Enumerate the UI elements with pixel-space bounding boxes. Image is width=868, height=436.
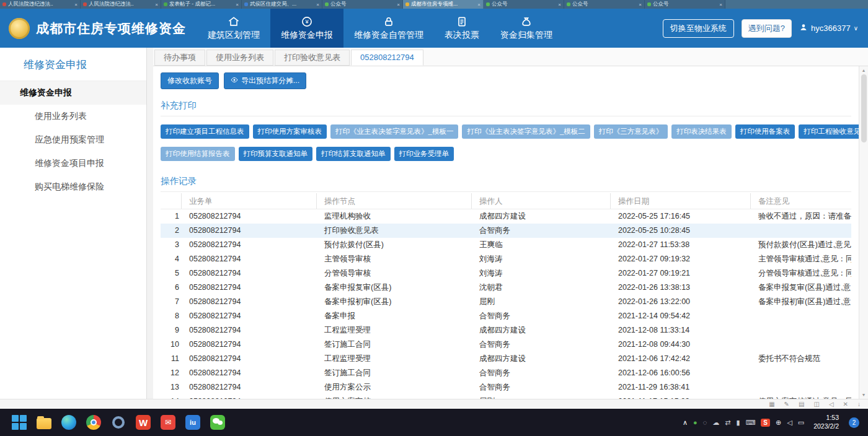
sidebar-item[interactable]: 应急使用预案管理: [0, 128, 146, 152]
table-row[interactable]: 11052808212794工程监理受理成都四方建设2021-12-06 17:…: [161, 352, 851, 366]
print-button[interactable]: 打印业务受理单: [394, 147, 454, 161]
notification-badge[interactable]: 2: [849, 417, 859, 428]
cell: 2022-01-27 11:53:38: [611, 238, 751, 252]
sidebar-item[interactable]: 使用业务列表: [0, 105, 146, 128]
notes-icon[interactable]: ▤: [799, 401, 804, 408]
browser-tab[interactable]: 成都市住房专项维...×: [403, 0, 484, 9]
tab-close-icon[interactable]: ×: [719, 2, 722, 7]
sogou-input-icon[interactable]: S: [761, 419, 770, 427]
scroll-up-arrow[interactable]: ▲: [862, 68, 866, 72]
nav-item-building-zone[interactable]: 建筑区划管理: [197, 9, 270, 48]
print-button[interactable]: 打印《业主表决签字意见表》_模板二: [462, 124, 590, 139]
print-button[interactable]: 打印《三方意见表》: [594, 124, 668, 139]
content-tab[interactable]: 打印验收意见表: [275, 50, 350, 66]
cloud-icon[interactable]: ☁: [712, 419, 719, 427]
tab-close-icon[interactable]: ×: [236, 2, 239, 7]
sidebar-item[interactable]: 购买电梯维修保险: [0, 175, 146, 199]
sync-icon[interactable]: ⇄: [725, 419, 730, 427]
help-button[interactable]: 遇到问题?: [742, 19, 792, 38]
export-allocation-button[interactable]: 导出预结算分摊...: [224, 72, 306, 89]
table-row[interactable]: 2052808212794打印验收意见表合智商务2022-05-25 10:28…: [161, 224, 851, 238]
table-row[interactable]: 8052808212794备案申报合智商务2021-12-14 09:54:42: [161, 309, 851, 323]
sidebar-item[interactable]: 维修资金申报: [0, 81, 146, 105]
wechat-icon[interactable]: [210, 414, 226, 430]
battery-icon[interactable]: ▭: [798, 419, 804, 427]
content-tab[interactable]: 052808212794: [351, 50, 423, 66]
print-button[interactable]: 打印建立项目工程信息表: [161, 124, 249, 139]
volume-icon[interactable]: ◁: [787, 419, 792, 427]
vertical-scrollbar[interactable]: ▲ ▼: [859, 66, 868, 399]
content-tab[interactable]: 待办事项: [154, 50, 205, 66]
print-button[interactable]: 打印预算支取通知单: [239, 147, 313, 161]
file-explorer-icon[interactable]: [36, 414, 52, 430]
table-row[interactable]: 5052808212794分管领导审核刘海涛2022-01-27 09:19:2…: [161, 266, 851, 281]
apps-grid-icon[interactable]: ▦: [769, 401, 774, 408]
nav-item-fund-apply[interactable]: ¥维修资金申报: [270, 9, 343, 48]
tab-close-icon[interactable]: ×: [558, 2, 561, 7]
network-icon[interactable]: ⊕: [776, 419, 781, 427]
scroll-down-arrow[interactable]: ▼: [862, 393, 866, 397]
browser-tab[interactable]: 发表帖子 - 成都记...×: [161, 0, 242, 9]
chrome-browser-icon[interactable]: [86, 414, 102, 430]
table-row[interactable]: 1052808212794监理机构验收成都四方建设2022-05-25 17:1…: [161, 209, 851, 224]
tab-close-icon[interactable]: ×: [397, 2, 400, 7]
start-button[interactable]: [11, 414, 27, 430]
edit-account-button[interactable]: 修改收款账号: [161, 72, 219, 89]
cell: 合智商务: [472, 380, 611, 395]
close-icon[interactable]: ✕: [843, 401, 848, 408]
browser-tab[interactable]: 人民法院违纪违法..×: [0, 0, 81, 9]
print-buttons: 打印建立项目工程信息表打印使用方案审核表打印《业主表决签字意见表》_模板一打印《…: [161, 124, 851, 161]
table-row[interactable]: 6052808212794备案申报复审(区县)沈朝君2022-01-26 13:…: [161, 281, 851, 295]
browser-tab[interactable]: 公众号×: [645, 0, 725, 9]
table-row[interactable]: 14052808212794使用方案审核屈刚2021-11-17 15:15:2…: [161, 395, 851, 399]
tab-close-icon[interactable]: ×: [316, 2, 319, 7]
user-menu[interactable]: hyc366377 ∨: [799, 23, 858, 33]
edge-browser-icon[interactable]: [61, 414, 77, 430]
signal-icon[interactable]: ▮: [736, 419, 740, 427]
blue-app-icon[interactable]: iu: [185, 414, 201, 430]
cell: 2022-01-26 13:38:13: [611, 281, 751, 295]
print-button[interactable]: 打印使用备案表: [735, 124, 795, 139]
table-row[interactable]: 7052808212794备案申报初审(区县)屈刚2022-01-26 13:2…: [161, 295, 851, 309]
browser-ring-icon[interactable]: [110, 414, 126, 430]
scrollbar-thumb[interactable]: [861, 74, 867, 142]
table-row[interactable]: 12052808212794签订施工合同合智商务2021-12-06 16:00…: [161, 366, 851, 380]
content-tab[interactable]: 使用业务列表: [206, 50, 273, 66]
print-button[interactable]: 打印《业主表决签字意见表》_模板一: [330, 124, 458, 139]
download-icon[interactable]: ↓: [857, 401, 861, 408]
nav-item-fund-collect[interactable]: 资金归集管理: [490, 9, 563, 48]
tab-close-icon[interactable]: ×: [74, 2, 78, 7]
browser-tab[interactable]: 公众号×: [564, 0, 645, 9]
tab-close-icon[interactable]: ×: [639, 2, 642, 7]
table-row[interactable]: 10052808212794签订施工合同合智商务2021-12-08 09:44…: [161, 338, 851, 352]
browser-tab[interactable]: 公众号×: [322, 0, 403, 9]
tab-close-icon[interactable]: ×: [155, 2, 158, 7]
switch-system-button[interactable]: 切换至物业系统: [663, 19, 734, 38]
browser-tab[interactable]: 武侯区住建交局、...×: [242, 0, 322, 9]
browser-tab[interactable]: 人民法院违纪违法..×: [81, 0, 161, 9]
nav-item-self-manage[interactable]: 维修资金自管管理: [343, 9, 434, 48]
table-row[interactable]: 3052808212794预付款拨付(区县)王爽临2022-01-27 11:5…: [161, 238, 851, 252]
tab-close-icon[interactable]: ×: [477, 2, 480, 7]
print-button[interactable]: 打印工程验收意见表: [799, 124, 859, 139]
print-button[interactable]: 打印使用结算报告表: [161, 147, 235, 161]
print-button[interactable]: 打印表决结果表: [671, 124, 732, 139]
tray-expand-icon[interactable]: ∧: [683, 419, 688, 427]
nav-item-vote[interactable]: 表决投票: [434, 9, 490, 48]
speaker-icon[interactable]: ◁: [829, 401, 834, 408]
search-icon[interactable]: ◌: [703, 419, 707, 426]
monitor-icon[interactable]: ◫: [813, 401, 819, 408]
table-row[interactable]: 9052808212794工程监理受理成都四方建设2021-12-08 11:3…: [161, 323, 851, 338]
mail-app-icon[interactable]: ✉: [160, 414, 176, 430]
taskbar-clock[interactable]: 1:53 2023/2/2: [813, 414, 839, 430]
keyboard-icon[interactable]: ⌨: [745, 419, 755, 427]
table-row[interactable]: 4052808212794主管领导审核刘海涛2022-01-27 09:19:3…: [161, 252, 851, 266]
wps-icon[interactable]: W: [135, 414, 151, 430]
print-button[interactable]: 打印结算支取通知单: [316, 147, 391, 161]
green-app-icon[interactable]: ●: [693, 419, 698, 426]
table-row[interactable]: 13052808212794使用方案公示合智商务2021-11-29 16:38…: [161, 380, 851, 395]
browser-tab[interactable]: 公众号×: [484, 0, 564, 9]
print-button[interactable]: 打印使用方案审核表: [253, 124, 327, 139]
sidebar-item[interactable]: 维修资金项目申报: [0, 152, 146, 175]
edit-icon[interactable]: ✎: [784, 401, 789, 408]
